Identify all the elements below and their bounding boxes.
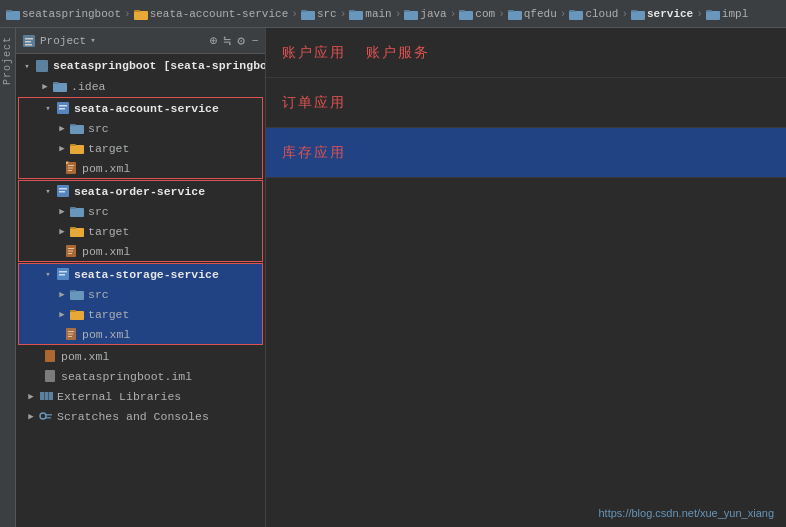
expand-arrow[interactable]: ▾ — [41, 184, 55, 198]
list-item[interactable]: pom.xml — [19, 241, 262, 261]
svg-rect-55 — [70, 290, 76, 292]
svg-rect-24 — [36, 60, 48, 72]
svg-rect-56 — [70, 311, 84, 320]
svg-rect-66 — [49, 392, 53, 400]
svg-rect-18 — [706, 11, 720, 20]
svg-rect-4 — [301, 11, 315, 20]
expand-arrow[interactable]: ▶ — [55, 224, 69, 238]
module-icon — [55, 266, 71, 282]
list-item[interactable]: ▶ External Libraries — [16, 386, 265, 406]
list-item[interactable]: ▶ .idea — [16, 76, 265, 96]
svg-rect-10 — [459, 11, 473, 20]
list-item[interactable]: ▶ Scratches and Consoles — [16, 406, 265, 426]
list-item[interactable]: m pom.xml — [19, 158, 262, 178]
svg-rect-45 — [70, 228, 84, 237]
svg-rect-69 — [46, 417, 51, 419]
tree-item-label: src — [88, 122, 109, 135]
svg-rect-63 — [45, 370, 55, 382]
svg-rect-8 — [404, 11, 418, 20]
svg-rect-52 — [59, 271, 67, 273]
svg-rect-29 — [59, 108, 65, 110]
sync-icon[interactable]: ≒ — [224, 33, 232, 49]
list-item[interactable]: pom.xml — [19, 324, 262, 344]
storage-app-label: 库存应用 — [282, 144, 346, 162]
svg-rect-60 — [68, 334, 73, 335]
svg-rect-37 — [68, 170, 72, 171]
tree-item-label: pom.xml — [82, 328, 130, 341]
svg-rect-28 — [59, 105, 67, 107]
add-icon[interactable]: ⊕ — [210, 33, 218, 49]
svg-rect-12 — [508, 11, 522, 20]
project-icon — [34, 58, 50, 74]
project-panel: Project ▾ ⊕ ≒ ⚙ – ▾ sea — [16, 28, 266, 527]
expand-arrow[interactable]: ▶ — [55, 307, 69, 321]
list-item[interactable]: ▶ target — [19, 138, 262, 158]
list-item[interactable]: pom.xml — [16, 346, 265, 366]
expand-arrow[interactable]: ▶ — [24, 409, 38, 423]
breadcrumb-item[interactable]: qfedu — [508, 8, 557, 20]
svg-rect-22 — [25, 41, 31, 43]
expand-arrow[interactable]: ▶ — [55, 141, 69, 155]
breadcrumb-item[interactable]: impl — [706, 8, 748, 20]
breadcrumb-item[interactable]: main — [349, 8, 391, 20]
breadcrumb-item-service[interactable]: service — [631, 8, 693, 20]
svg-rect-1 — [6, 10, 12, 12]
breadcrumb-item[interactable]: java — [404, 8, 446, 20]
svg-rect-42 — [59, 191, 65, 193]
list-item[interactable]: ▶ src — [19, 201, 262, 221]
list-item[interactable]: seataspringboot.iml — [16, 366, 265, 386]
tree-root[interactable]: ▾ seataspringboot [seata-springboot] C:\… — [16, 56, 265, 76]
settings-icon[interactable]: ⚙ — [237, 33, 245, 49]
svg-rect-44 — [70, 207, 76, 209]
order-app-label: 订单应用 — [282, 94, 346, 112]
expand-arrow[interactable]: ▶ — [55, 121, 69, 135]
expand-arrow[interactable]: ▾ — [20, 59, 34, 73]
content-row-account: 账户应用 账户服务 — [266, 28, 786, 78]
side-tab[interactable]: Project — [0, 28, 16, 527]
tree-item-label: pom.xml — [82, 245, 130, 258]
svg-rect-26 — [53, 82, 59, 84]
svg-rect-15 — [569, 10, 575, 12]
iml-icon — [42, 368, 58, 384]
svg-rect-41 — [59, 188, 67, 190]
panel-title-text: Project — [40, 35, 86, 47]
svg-rect-21 — [25, 38, 33, 40]
breadcrumb-item[interactable]: src — [301, 8, 337, 20]
expand-arrow[interactable]: ▶ — [55, 287, 69, 301]
list-item[interactable]: ▾ seata-account-service — [19, 98, 262, 118]
panel-header: Project ▾ ⊕ ≒ ⚙ – — [16, 28, 265, 54]
list-item[interactable]: ▶ target — [19, 221, 262, 241]
svg-rect-31 — [70, 124, 76, 126]
list-item[interactable]: ▶ src — [19, 284, 262, 304]
tree-item-label: target — [88, 142, 129, 155]
breadcrumb-item[interactable]: cloud — [569, 8, 618, 20]
svg-rect-33 — [70, 144, 76, 146]
tree-item-label: seata-order-service — [74, 185, 205, 198]
svg-rect-43 — [70, 208, 84, 217]
svg-rect-6 — [349, 11, 363, 20]
breadcrumb-item[interactable]: com — [459, 8, 495, 20]
list-item[interactable]: ▾ seata-order-service — [19, 181, 262, 201]
blog-url: https://blog.csdn.net/xue_yun_xiang — [598, 507, 774, 519]
folder-icon — [69, 286, 85, 302]
tree-item-label: src — [88, 205, 109, 218]
content-area-empty — [266, 178, 786, 527]
svg-point-67 — [40, 413, 46, 419]
expand-arrow[interactable]: ▶ — [24, 389, 38, 403]
minimize-icon[interactable]: – — [251, 33, 259, 48]
pom-icon — [63, 326, 79, 342]
svg-rect-0 — [6, 11, 20, 20]
svg-rect-35 — [68, 165, 74, 166]
list-item[interactable]: ▾ seata-storage-service — [19, 264, 262, 284]
expand-arrow[interactable]: ▶ — [38, 79, 52, 93]
module-icon — [55, 183, 71, 199]
breadcrumb-item[interactable]: seataspringboot — [6, 8, 121, 20]
list-item[interactable]: ▶ src — [19, 118, 262, 138]
svg-text:m: m — [66, 162, 68, 165]
expand-arrow[interactable]: ▾ — [41, 101, 55, 115]
breadcrumb-bar: seataspringboot › seata-account-service … — [0, 0, 786, 28]
list-item[interactable]: ▶ target — [19, 304, 262, 324]
breadcrumb-item[interactable]: seata-account-service — [134, 8, 289, 20]
expand-arrow[interactable]: ▾ — [41, 267, 55, 281]
expand-arrow[interactable]: ▶ — [55, 204, 69, 218]
